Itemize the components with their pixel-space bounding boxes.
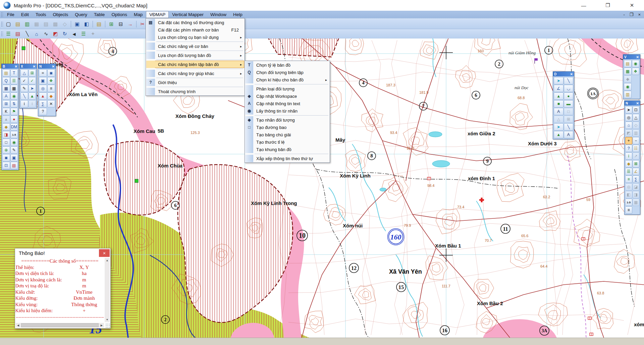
- graph-select-icon[interactable]: ▥: [633, 129, 640, 137]
- menu-item-cap-nhat-thong-tin-text[interactable]: ACập nhật thông tin text: [245, 100, 329, 107]
- traffic-light-icon[interactable]: ◨: [2, 131, 10, 138]
- dialog-title-bar[interactable]: Thông Báo! ×: [15, 249, 110, 258]
- vm-rotate-select-icon[interactable]: ↻: [60, 30, 69, 38]
- save-table-icon[interactable]: ▣: [73, 20, 82, 28]
- zoom-question-icon[interactable]: ?: [625, 145, 632, 152]
- tools-cross-icon[interactable]: ✕: [47, 100, 55, 108]
- polygon-select-icon[interactable]: △: [633, 114, 640, 121]
- list-info-icon[interactable]: ≡: [47, 85, 55, 92]
- text-style-icon[interactable]: A: [564, 131, 574, 138]
- rect-draw-icon[interactable]: ■: [554, 100, 564, 108]
- new-table-icon[interactable]: ▢: [4, 20, 13, 28]
- select-arrow-icon[interactable]: ➤: [625, 106, 632, 114]
- sort-az-icon[interactable]: ⇅: [10, 100, 18, 108]
- polyline-draw-icon[interactable]: ∠: [554, 85, 564, 92]
- label-tool-icon[interactable]: ◆: [625, 160, 632, 167]
- map-symbols-icon[interactable]: ❖: [47, 77, 55, 84]
- print-icon[interactable]: ⊟: [116, 20, 125, 28]
- menu-item-tao-duong-bao[interactable]: □Tạo đường bao: [245, 124, 329, 131]
- info-black-icon[interactable]: i: [20, 100, 28, 108]
- book-search-icon[interactable]: ▥: [624, 91, 632, 98]
- area-gray-icon[interactable]: ▲: [2, 116, 10, 123]
- toolbar-grip-handle[interactable]: [1, 21, 3, 27]
- district-tool-icon[interactable]: ▦: [633, 199, 640, 206]
- record-red-icon[interactable]: ●: [10, 116, 18, 123]
- query-tool-icon[interactable]: Q: [2, 77, 10, 84]
- menu-item-gioi-thieu[interactable]: ?Giới thiệu: [146, 79, 244, 86]
- clip-region-icon[interactable]: ◪: [633, 183, 640, 191]
- menu-item-query[interactable]: Query: [71, 11, 91, 18]
- unselect-icon[interactable]: ◇: [633, 122, 640, 129]
- menu-item-chon-doi-tuong-bien-tap[interactable]: QChọn đối tượng biên tập: [245, 69, 329, 76]
- mdi-close-button[interactable]: ×: [638, 12, 641, 17]
- menu-item-table[interactable]: Table: [91, 11, 108, 18]
- dialog-horizontal-scrollbar[interactable]: ◀ ▶: [16, 323, 104, 328]
- reshape-polygon-icon[interactable]: △: [20, 69, 28, 77]
- close-button[interactable]: ✕: [620, 0, 644, 11]
- vm-layer-control-icon[interactable]: ▤: [13, 30, 22, 38]
- palette-close-icon[interactable]: ✕: [33, 65, 36, 68]
- scale-bar-icon[interactable]: 1-5: [625, 199, 632, 206]
- vm-satellite-icon[interactable]: ✦: [89, 30, 97, 38]
- toolbar2-grip-handle[interactable]: [1, 31, 3, 37]
- ruler-tool-icon[interactable]: ∠: [633, 168, 640, 175]
- ellipse-draw-icon[interactable]: ●: [564, 92, 574, 100]
- region-style-icon[interactable]: ▲: [554, 131, 564, 138]
- vm-3d-layer-icon[interactable]: ☰: [79, 30, 88, 38]
- edit-pencil-icon[interactable]: ✎: [10, 146, 18, 154]
- drag-map-icon[interactable]: ⊠: [633, 160, 640, 167]
- list-tool-icon[interactable]: ≡: [625, 206, 632, 214]
- menu-item-options[interactable]: Options: [108, 11, 130, 18]
- save-window-icon[interactable]: ◧: [82, 20, 91, 28]
- scroll-right-icon[interactable]: ▶: [99, 324, 104, 327]
- check-double-icon[interactable]: ✓: [29, 77, 36, 84]
- open-map-folder-icon[interactable]: ▤: [624, 60, 632, 67]
- check-single-icon[interactable]: ✓: [20, 77, 28, 84]
- globe2-tool-icon[interactable]: ◉: [10, 139, 18, 146]
- frame-draw-icon[interactable]: □: [564, 108, 574, 115]
- menu-item-vdmap[interactable]: VĐMAP: [146, 11, 169, 18]
- pin-style-icon[interactable]: ➤: [554, 123, 564, 131]
- vm-arrow-back-icon[interactable]: ◄: [70, 30, 78, 38]
- menu-item-file[interactable]: File: [4, 11, 18, 18]
- dialog-resize-grip[interactable]: [105, 323, 110, 328]
- menu-item-xap-xep-thong-tin-theo-thu-tu[interactable]: Xắp xếp thông tin theo thứ tự: [245, 155, 329, 162]
- vm-raster-icon[interactable]: ◩: [51, 30, 60, 38]
- menu-item-tools[interactable]: Tools: [32, 11, 50, 18]
- set-target-icon[interactable]: ◎: [625, 183, 632, 191]
- camera-tool-icon[interactable]: ◙: [2, 154, 10, 161]
- rounded-rect-draw-icon[interactable]: ▬: [564, 100, 574, 108]
- flag-tool-icon[interactable]: ⚑: [10, 108, 18, 115]
- region-merge-icon[interactable]: ▲: [29, 92, 36, 100]
- grid-blue-icon-icon[interactable]: ▦: [2, 85, 10, 92]
- grid-pins-icon[interactable]: ❖: [632, 68, 640, 75]
- menu-item-thoat-chuong-trinh[interactable]: Thoát chương trình: [146, 88, 244, 95]
- clip-on-icon[interactable]: ◧: [625, 191, 632, 198]
- vm-info-house-icon[interactable]: ⌂: [32, 30, 41, 38]
- open-folder-icon[interactable]: ▤: [95, 20, 103, 28]
- equals-tool-icon[interactable]: =: [39, 69, 47, 77]
- info-tool-icon[interactable]: i: [625, 152, 632, 160]
- v-palette-title-bar[interactable]: V✕: [623, 55, 640, 59]
- menu-item-window[interactable]: Window: [207, 11, 230, 18]
- camera-capture-icon[interactable]: ◙: [47, 69, 55, 77]
- add-node-icon[interactable]: ⊞: [29, 69, 36, 77]
- b-palette-title-bar[interactable]: B✕: [2, 64, 18, 69]
- open-table-icon[interactable]: ▤: [13, 20, 22, 28]
- dialog-close-button[interactable]: ×: [99, 249, 110, 257]
- add-node-gray-icon[interactable]: ⊞: [564, 116, 574, 123]
- menu-item-map[interactable]: Map: [130, 11, 146, 18]
- mdi-restore-button[interactable]: ❐: [630, 12, 634, 17]
- close-all-icon[interactable]: ▨: [42, 20, 50, 28]
- menu-item-tao-nhan-doi-tuong[interactable]: ◆Tạo nhãn đối tượng: [245, 116, 329, 124]
- zoom-in-icon[interactable]: +: [625, 137, 632, 144]
- menu-item-edit[interactable]: Edit: [18, 11, 32, 18]
- vm-graph-icon[interactable]: ∿: [42, 30, 50, 38]
- shield-gray-icon[interactable]: ◆: [624, 75, 632, 83]
- menu-item-cai-dat-cac-thong-so-thuong-dung[interactable]: ▤Cài đặt các thông số thường dùng: [146, 19, 244, 26]
- mesh-globe-icon[interactable]: ⊕: [2, 146, 10, 154]
- revert-table-icon[interactable]: ▩: [51, 20, 60, 28]
- save-tool-icon[interactable]: ▣: [10, 154, 18, 161]
- menu-item-vertical-mapper[interactable]: Vertical Mapper: [169, 11, 207, 18]
- menu-item-lay-thong-tin-tu-nhan[interactable]: ◉Lấy thông tin từ nhãn: [245, 107, 329, 115]
